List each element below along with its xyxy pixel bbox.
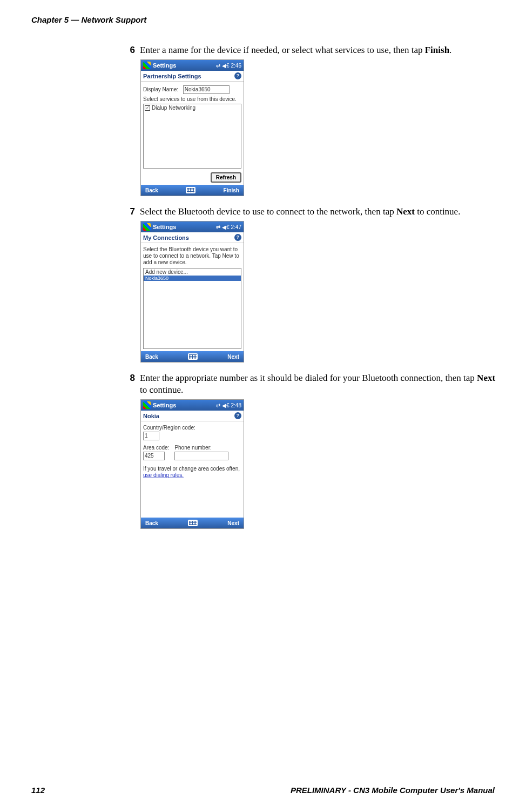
step-text-a: Enter the appropriate number as it shoul… <box>140 373 477 383</box>
step-number: 8 <box>124 372 135 384</box>
page-number: 112 <box>31 786 45 795</box>
step-text-a: Enter a name for the device if needed, o… <box>140 45 425 55</box>
dialing-rules-link[interactable]: use dialing rules. <box>143 472 184 478</box>
display-name-label: Display Name: <box>143 86 178 92</box>
screen-subtitle: Nokia ? <box>141 411 244 421</box>
volume-icon[interactable]: ◀€ <box>222 402 230 408</box>
clock: 2:48 <box>231 402 241 408</box>
step-number: 6 <box>124 44 135 56</box>
subtitle-text: Partnership Settings <box>143 73 201 79</box>
service-label: Dialup Networking <box>152 105 195 111</box>
app-title: Settings <box>153 62 216 69</box>
step-text-bold: Next <box>477 373 495 383</box>
phone-number-label: Phone number: <box>174 445 241 451</box>
services-listbox[interactable]: ✓ Dialup Networking <box>143 104 241 169</box>
step-text-bold: Finish <box>425 45 449 55</box>
device-listbox[interactable]: Add new device... Nokia3650 <box>143 268 241 349</box>
status-area: ⇄ ◀€ 2:47 <box>216 224 241 230</box>
back-button[interactable]: Back <box>145 187 158 193</box>
volume-icon[interactable]: ◀€ <box>222 224 230 230</box>
softkey-bar: Back Next <box>141 518 244 528</box>
services-label: Select services to use from this device. <box>143 96 241 102</box>
softkey-bar: Back Next <box>141 351 244 362</box>
screen-subtitle: Partnership Settings ? <box>141 71 244 82</box>
step-text: Enter a name for the device if needed, o… <box>135 44 502 56</box>
step-text-a: Select the Bluetooth device to use to co… <box>140 206 396 217</box>
subtitle-text: Nokia <box>143 413 159 419</box>
step-text-bold: Next <box>396 206 415 217</box>
start-icon[interactable] <box>143 223 151 231</box>
connectivity-icon[interactable]: ⇄ <box>216 224 220 230</box>
finish-button[interactable]: Finish <box>224 187 239 193</box>
dialing-tip-text: If you travel or change area codes often… <box>143 466 240 472</box>
step-number: 7 <box>124 206 135 217</box>
next-button[interactable]: Next <box>227 520 239 526</box>
step-text-c: . <box>449 45 451 55</box>
screen-body: Country/Region code: 1 Area code: 425 Ph… <box>141 421 244 518</box>
country-code-label: Country/Region code: <box>143 425 241 431</box>
keyboard-icon[interactable] <box>188 520 198 526</box>
chapter-header: Chapter 5 — Network Support <box>31 15 146 24</box>
service-item-dialup[interactable]: ✓ Dialup Networking <box>144 104 241 111</box>
checkbox-icon[interactable]: ✓ <box>145 105 150 111</box>
add-new-device-item[interactable]: Add new device... <box>144 269 241 276</box>
screenshot-phone-number: Settings ⇄ ◀€ 2:48 Nokia ? Country/Regio… <box>140 399 244 529</box>
country-code-input[interactable]: 1 <box>143 432 159 440</box>
softkey-bar: Back Finish <box>141 185 244 196</box>
display-name-input[interactable]: Nokia3650 <box>183 85 230 94</box>
titlebar: Settings ⇄ ◀€ 2:47 <box>141 222 244 232</box>
area-code-label: Area code: <box>143 445 169 451</box>
screenshot-my-connections: Settings ⇄ ◀€ 2:47 My Connections ? Sele… <box>140 221 244 363</box>
app-title: Settings <box>153 224 216 230</box>
instructions-text: Select the Bluetooth device you want to … <box>143 246 241 266</box>
phone-number-input[interactable] <box>174 452 228 460</box>
keyboard-icon[interactable] <box>188 353 198 360</box>
help-icon[interactable]: ? <box>234 412 241 419</box>
area-code-input[interactable]: 425 <box>143 452 165 460</box>
next-button[interactable]: Next <box>227 354 239 360</box>
titlebar: Settings ⇄ ◀€ 2:48 <box>141 400 244 411</box>
status-area: ⇄ ◀€ 2:48 <box>216 402 241 408</box>
connectivity-icon[interactable]: ⇄ <box>216 402 220 408</box>
refresh-row: Refresh <box>141 171 244 185</box>
volume-icon[interactable]: ◀€ <box>222 63 230 69</box>
subtitle-text: My Connections <box>143 234 189 241</box>
back-button[interactable]: Back <box>145 520 158 526</box>
step-6: 6 Enter a name for the device if needed,… <box>124 44 502 196</box>
step-text: Enter the appropriate number as it shoul… <box>135 372 502 396</box>
step-8: 8 Enter the appropriate number as it sho… <box>124 372 502 529</box>
device-item-selected[interactable]: Nokia3650 <box>144 276 241 281</box>
help-icon[interactable]: ? <box>234 72 241 79</box>
manual-title-footer: PRELIMINARY - CN3 Mobile Computer User's… <box>291 786 495 795</box>
screen-subtitle: My Connections ? <box>141 232 244 243</box>
titlebar: Settings ⇄ ◀€ 2:46 <box>141 60 244 71</box>
main-content: 6 Enter a name for the device if needed,… <box>124 44 502 539</box>
keyboard-icon[interactable] <box>186 187 195 193</box>
start-icon[interactable] <box>143 62 151 69</box>
step-7: 7 Select the Bluetooth device to use to … <box>124 206 502 363</box>
clock: 2:47 <box>231 224 241 230</box>
screenshot-partnership-settings: Settings ⇄ ◀€ 2:46 Partnership Settings … <box>140 59 244 196</box>
screen-body: Select the Bluetooth device you want to … <box>141 243 244 351</box>
step-text: Select the Bluetooth device to use to co… <box>135 206 502 218</box>
screen-body: Display Name: Nokia3650 Select services … <box>141 82 244 171</box>
start-icon[interactable] <box>143 401 151 409</box>
help-icon[interactable]: ? <box>234 234 241 241</box>
status-area: ⇄ ◀€ 2:46 <box>216 63 241 69</box>
step-text-c: to continue. <box>415 206 461 217</box>
connectivity-icon[interactable]: ⇄ <box>216 63 220 69</box>
app-title: Settings <box>153 402 216 408</box>
refresh-button[interactable]: Refresh <box>211 172 241 183</box>
back-button[interactable]: Back <box>145 354 158 360</box>
step-text-c: to continue. <box>140 385 183 395</box>
clock: 2:46 <box>231 63 241 69</box>
